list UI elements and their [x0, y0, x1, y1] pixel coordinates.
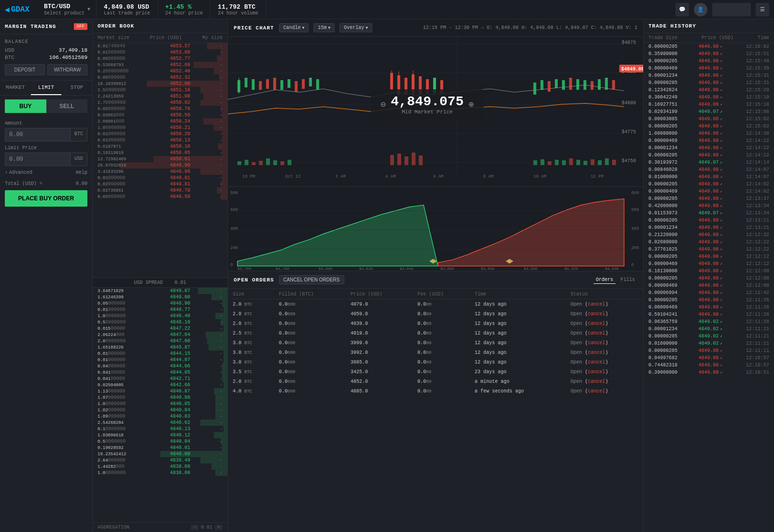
- ob-bid-row[interactable]: 2.062240004847.04-: [93, 332, 227, 338]
- ob-ask-row[interactable]: 0.61878714850.10-: [93, 143, 227, 150]
- ob-bid-row[interactable]: 0.041000004844.05-: [93, 369, 227, 376]
- ob-ask-row[interactable]: 0.020000004849.81-: [93, 181, 227, 187]
- change-stat: +1.45 % 24 hour price: [158, 0, 211, 19]
- ob-bid-row[interactable]: 0.040000004844.06-: [93, 363, 227, 369]
- ob-bid-row[interactable]: 3.646718294849.07-: [93, 288, 227, 294]
- cancel-order-link[interactable]: cancel: [588, 360, 605, 365]
- ob-bid-row[interactable]: 0.010000004848.77-: [93, 307, 227, 313]
- cancel-order-link[interactable]: cancel: [588, 321, 605, 326]
- ob-bid-row[interactable]: 1.000000004838.00-: [93, 470, 227, 476]
- deposit-button[interactable]: DEPOSIT: [5, 64, 45, 75]
- ob-ask-row[interactable]: 0.050000004852.32-: [93, 74, 227, 81]
- interval-selector[interactable]: 15m ▼: [313, 23, 335, 32]
- trade-time: 12:15:10: [746, 95, 769, 100]
- ob-ask-row[interactable]: 0.010000004850.20-: [93, 131, 227, 137]
- margin-toggle[interactable]: OFF: [74, 23, 87, 30]
- limit-price-input[interactable]: [5, 153, 70, 166]
- ob-bid-row[interactable]: 2.640000004839.49-: [93, 457, 227, 463]
- ob-bid-row[interactable]: 1.130000004840.87-: [93, 388, 227, 394]
- list-item: 0.00000469 4849.08 ↗ 12:14:22: [644, 137, 774, 144]
- ob-ask-row[interactable]: 0.010000004849.81-: [93, 175, 227, 181]
- ob-ask-row[interactable]: 2.060810004850.24-: [93, 118, 227, 125]
- cancel-order-link[interactable]: cancel: [588, 340, 605, 346]
- withdraw-button[interactable]: WITHDRAW: [47, 64, 87, 75]
- ob-bid-row[interactable]: 0.190285924840.01-: [93, 445, 227, 451]
- ob-ask-row[interactable]: 0.020620004850.50-: [93, 112, 227, 118]
- tab-limit[interactable]: LIMIT: [31, 81, 62, 95]
- ob-bid-row[interactable]: 1.442820004838.08-: [93, 463, 227, 470]
- ob-bid-row[interactable]: 1.030966184840.12-: [93, 432, 227, 438]
- ob-bid-row[interactable]: 1.612463994849.00-: [93, 294, 227, 300]
- ob-ask-row[interactable]: 12.729824094850.01-: [93, 156, 227, 162]
- trade-price: 4849.08 ↗: [698, 247, 734, 252]
- ob-bid-row[interactable]: 0.010000004844.07-: [93, 357, 227, 363]
- overlay-selector[interactable]: Overlay ▼: [339, 23, 372, 32]
- ob-ask-row[interactable]: 0.526687934852.68-: [93, 62, 227, 68]
- ob-ask-row[interactable]: 0.050000004850.76-: [93, 106, 227, 112]
- ob-ask-row[interactable]: 0.010000004850.13-: [93, 137, 227, 143]
- username-button[interactable]: [712, 3, 751, 16]
- ob-ask-row[interactable]: 2.700000004850.92-: [93, 99, 227, 106]
- place-order-button[interactable]: PLACE BUY ORDER: [5, 190, 87, 207]
- ob-bid-row[interactable]: 0.050000004848.90-: [93, 300, 227, 307]
- ob-ask-row[interactable]: 2.500000004851.16-: [93, 87, 227, 93]
- chat-icon[interactable]: 💬: [675, 3, 689, 16]
- cancel-all-button[interactable]: CANCEL OPEN ORDERS: [279, 275, 344, 284]
- ob-bid-row[interactable]: 1.070000004840.86-: [93, 394, 227, 401]
- ob-ask-row[interactable]: 26.870320194849.99-: [93, 162, 227, 168]
- svg-rect-18: [273, 78, 276, 90]
- ob-ask-row[interactable]: 10.183980124852.00-: [93, 81, 227, 87]
- cancel-order-link[interactable]: cancel: [588, 379, 605, 384]
- ob-bid-row[interactable]: 1.000000004840.85-: [93, 401, 227, 407]
- fills-tab[interactable]: Fills: [618, 276, 637, 284]
- ob-ask-row[interactable]: 2.242139594851.08-: [93, 93, 227, 99]
- ob-bid-row[interactable]: 19.235424124840.00-: [93, 451, 227, 457]
- ob-bid-row[interactable]: 0.100000004840.13-: [93, 426, 227, 432]
- ob-ask-row[interactable]: 0.017499494853.57-: [93, 43, 227, 49]
- ob-bid-row[interactable]: 2.542602044840.62-: [93, 420, 227, 426]
- aggregation-plus[interactable]: +: [215, 525, 223, 530]
- cancel-order-link[interactable]: cancel: [588, 350, 605, 355]
- ob-bid-row[interactable]: 0.025040054842.66-: [93, 382, 227, 388]
- zoom-in-icon[interactable]: ⊕: [468, 99, 474, 110]
- ob-ask-row[interactable]: 0.010000004853.00-: [93, 49, 227, 56]
- logo[interactable]: ◀GDAX: [5, 5, 31, 14]
- avatar[interactable]: 👤: [694, 3, 707, 16]
- ob-ask-row[interactable]: 0.2000000004852.40-: [93, 68, 227, 74]
- sell-button[interactable]: SELL: [46, 99, 88, 113]
- aggregation-minus[interactable]: −: [191, 525, 198, 530]
- ob-bid-row[interactable]: 0.010000004844.15-: [93, 350, 227, 357]
- ob-bid-row[interactable]: 2.000000004847.00-: [93, 338, 227, 344]
- trade-time: 12:11:11: [746, 341, 769, 346]
- menu-icon[interactable]: ☰: [756, 3, 769, 16]
- zoom-out-icon[interactable]: ⊖: [380, 99, 386, 110]
- ob-ask-row[interactable]: 0.050000004849.50-: [93, 194, 227, 200]
- ob-bid-row[interactable]: 0.500000004848.10-: [93, 319, 227, 325]
- ob-ask-row[interactable]: 0.827358614849.78-: [93, 187, 227, 194]
- cancel-order-link[interactable]: cancel: [588, 389, 605, 394]
- ob-ask-row[interactable]: 3.416332064849.98-: [93, 168, 227, 175]
- cancel-order-link[interactable]: cancel: [588, 302, 605, 307]
- cancel-order-link[interactable]: cancel: [588, 331, 605, 336]
- ob-bid-row[interactable]: 0.015000004847.22-: [93, 325, 227, 332]
- ob-bid-row[interactable]: 1.651882264845.87-: [93, 344, 227, 350]
- tab-market[interactable]: MARKET: [0, 81, 31, 95]
- ob-bid-row[interactable]: 1.090000004840.83-: [93, 413, 227, 420]
- candle-selector[interactable]: Candle ▼: [279, 23, 309, 32]
- ob-ask-row[interactable]: 1.000000004850.21-: [93, 125, 227, 131]
- orders-tab[interactable]: Orders: [593, 276, 616, 284]
- ob-ask-row[interactable]: 0.103198194850.05-: [93, 150, 227, 156]
- ob-ask-row[interactable]: 0.050000004852.77-: [93, 56, 227, 62]
- advanced-link[interactable]: › Advanced: [5, 170, 32, 175]
- pair-selector[interactable]: BTC/USD Select product ▼: [38, 0, 97, 19]
- cancel-order-link[interactable]: cancel: [588, 311, 605, 317]
- ob-bid-row[interactable]: 1.000000004848.40-: [93, 313, 227, 319]
- ob-bid-row[interactable]: 0.041000004842.71-: [93, 376, 227, 382]
- ob-bid-row[interactable]: 0.500000004840.04-: [93, 438, 227, 445]
- cancel-order-link[interactable]: cancel: [588, 369, 605, 375]
- amount-input[interactable]: [5, 128, 70, 141]
- help-link[interactable]: Help: [76, 170, 87, 175]
- tab-stop[interactable]: STOP: [61, 81, 92, 95]
- buy-button[interactable]: BUY: [5, 99, 46, 113]
- ob-bid-row[interactable]: 1.020000004840.84-: [93, 407, 227, 413]
